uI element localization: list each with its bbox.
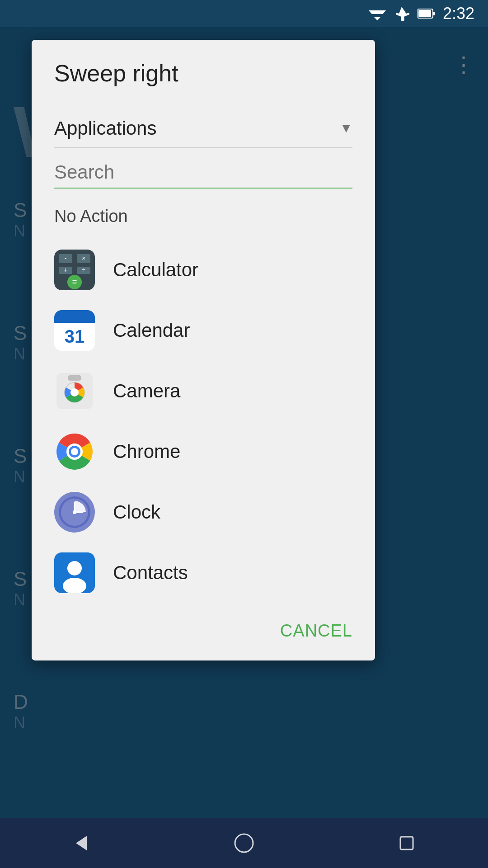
nav-bar (0, 818, 488, 868)
app-name: Calendar (113, 320, 190, 341)
svg-text:×: × (82, 255, 85, 262)
list-item[interactable]: Clock (32, 482, 375, 542)
svg-rect-19 (54, 316, 95, 323)
list-item[interactable]: 31 Calendar (32, 300, 375, 361)
battery-icon (418, 8, 435, 19)
calendar-icon: 31 (54, 310, 95, 351)
no-action-label: No Action (32, 193, 375, 235)
search-input[interactable] (54, 161, 352, 183)
app-name: Camera (113, 380, 180, 402)
recent-apps-icon[interactable] (396, 832, 418, 854)
svg-marker-39 (76, 836, 87, 850)
dialog-header: Sweep right (32, 40, 375, 100)
cancel-button[interactable]: CANCEL (280, 621, 352, 641)
chrome-icon (54, 431, 95, 472)
airplane-icon (394, 6, 409, 21)
app-name: Contacts (113, 562, 188, 584)
back-icon[interactable] (70, 832, 92, 854)
svg-text:÷: ÷ (82, 266, 85, 274)
svg-point-40 (235, 834, 253, 852)
svg-point-24 (70, 388, 79, 396)
calculator-icon: = - × + ÷ (54, 250, 95, 290)
status-icons: 2:32 (369, 4, 474, 23)
list-item[interactable]: = - × + ÷ Calculator (32, 240, 375, 300)
chevron-down-icon: ▼ (340, 121, 352, 136)
search-container (54, 161, 352, 189)
status-bar: 2:32 (0, 0, 488, 27)
svg-point-29 (71, 448, 78, 455)
wifi-icon (369, 7, 386, 20)
svg-marker-2 (374, 17, 381, 20)
applications-dropdown[interactable]: Applications ▼ (54, 109, 352, 148)
contacts-icon (54, 552, 95, 593)
svg-text:+: + (64, 266, 67, 274)
svg-point-37 (67, 561, 82, 576)
svg-text:=: = (72, 278, 77, 287)
app-list: = - × + ÷ Calculator 31 Calendar (32, 235, 375, 608)
status-time: 2:32 (443, 4, 474, 23)
camera-icon (54, 371, 95, 411)
svg-rect-4 (433, 12, 435, 15)
dialog-title: Sweep right (54, 60, 178, 86)
clock-icon (54, 492, 95, 533)
dialog: Sweep right Applications ▼ No Action = (32, 40, 375, 660)
svg-rect-41 (400, 837, 413, 849)
dropdown-label: Applications (54, 118, 156, 139)
svg-text:31: 31 (65, 326, 85, 346)
list-item[interactable]: Contacts (32, 542, 375, 603)
app-name: Chrome (113, 441, 180, 462)
home-icon[interactable] (233, 832, 255, 854)
svg-rect-25 (68, 375, 81, 381)
app-name: Clock (113, 501, 160, 523)
dialog-footer: CANCEL (32, 608, 375, 660)
list-item[interactable]: Chrome (32, 421, 375, 482)
svg-rect-5 (418, 10, 431, 17)
svg-text:-: - (65, 255, 67, 262)
list-item[interactable]: Camera (32, 361, 375, 421)
app-name: Calculator (113, 259, 198, 281)
